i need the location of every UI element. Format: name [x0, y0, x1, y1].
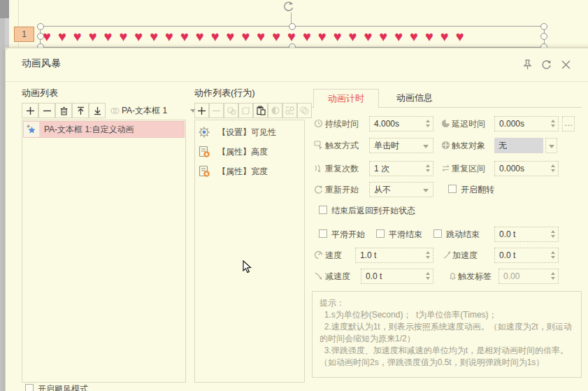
bounce-end-checkbox[interactable] [433, 229, 442, 238]
animation-target-value: PA-文本框 1 [122, 106, 167, 115]
repeat-interval-spinner[interactable] [551, 164, 555, 172]
repeat-count-icon [314, 164, 323, 173]
heart-textbox[interactable]: ♥♥♥♥♥♥♥♥♥♥♥♥♥♥♥♥♥♥♥♥♥♥♥♥♥♥♥♥ [43, 28, 542, 45]
duration-label: 持续时间 [325, 116, 359, 131]
window-corner-block [0, 0, 9, 18]
plus-icon [197, 106, 206, 115]
smooth-start-checkbox[interactable] [319, 229, 327, 238]
custom-animation-star-icon [24, 122, 40, 137]
remove-animation-button[interactable] [38, 103, 55, 118]
repeat-interval-label: 重复区间 [452, 161, 485, 176]
add-action-button[interactable] [194, 103, 209, 118]
delay-spinner[interactable] [551, 120, 555, 127]
action-list: 【设置】可见性 【属性】高度 [194, 120, 305, 383]
chevron-down-icon [549, 145, 554, 148]
paste-action-button[interactable] [253, 103, 268, 118]
minus-icon [212, 106, 221, 115]
smooth-end-label[interactable]: 平滑结束 [389, 229, 422, 241]
trigger-target-dropdown-button[interactable] [545, 138, 557, 153]
deceleration-label: 减速度 [325, 269, 350, 284]
bounce-end-spinner[interactable] [551, 230, 555, 238]
hurricane-mode-label[interactable]: 开启飓风模式 [38, 383, 88, 391]
action-list-item[interactable]: 【属性】宽度 [198, 162, 303, 180]
trigger-mode-select[interactable]: 单击时 [369, 138, 433, 153]
speed-spinner[interactable] [426, 251, 430, 259]
smooth-start-label[interactable]: 平滑开始 [331, 229, 365, 241]
delay-label: 延迟时间 [452, 116, 485, 131]
animation-list-item[interactable]: PA-文本框 1:自定义动画 [23, 121, 185, 138]
half-filled-circle-icon [271, 106, 280, 115]
handle-top-right[interactable] [540, 23, 547, 30]
deceleration-spinner[interactable] [426, 272, 430, 280]
speed-input[interactable]: 1.0 t [355, 248, 433, 263]
chevron-down-icon [423, 189, 429, 192]
repeat-count-input[interactable]: 1 次 [369, 161, 433, 176]
animation-list: PA-文本框 1:自定义动画 [22, 120, 186, 383]
trigger-tag-bell-icon [448, 271, 457, 280]
acceleration-spinner[interactable] [551, 251, 555, 259]
animation-list-item-label: PA-文本框 1:自定义动画 [40, 124, 134, 136]
acceleration-input[interactable]: 0.0 t [494, 248, 559, 263]
move-to-bottom-button[interactable] [89, 103, 106, 118]
restart-label: 重新开始 [325, 182, 359, 197]
trigger-mode-icon [314, 141, 323, 150]
delay-value: 0.000s [499, 119, 524, 129]
smooth-end-checkbox[interactable] [376, 229, 385, 238]
duration-input[interactable]: 4.000s [369, 116, 433, 131]
handle-top-mid[interactable] [289, 23, 296, 30]
refresh-button[interactable] [540, 59, 552, 71]
animation-list-title: 动画列表 [22, 87, 58, 99]
flip-checkbox[interactable] [448, 185, 457, 193]
move-to-top-button[interactable] [72, 103, 89, 118]
trigger-target-value: 无 [499, 141, 507, 150]
pin-button[interactable] [522, 59, 533, 71]
trigger-target-select[interactable]: 无 [494, 138, 543, 153]
repeat-interval-input[interactable]: 0.000s [494, 161, 559, 176]
hurricane-mode-checkbox[interactable] [25, 384, 34, 391]
linked-circles-icon [110, 106, 120, 115]
plus-icon [26, 106, 35, 115]
bounce-end-input[interactable]: 0.0 t [494, 227, 559, 242]
tips-line-2: 2.速度默认为1t，则表示按照系统速度动画。（如速度为2t，则运动的时间会缩短为… [320, 321, 574, 345]
close-button[interactable] [560, 59, 572, 71]
action-list-item[interactable]: 【属性】高度 [198, 143, 303, 161]
add-animation-button[interactable] [22, 103, 38, 118]
duration-spinner[interactable] [426, 120, 430, 127]
rotate-handle-icon[interactable] [282, 0, 295, 13]
deceleration-icon [314, 271, 323, 280]
delay-more-button[interactable]: … [562, 116, 575, 131]
tab-animation-timing[interactable]: 动画计时 [313, 89, 379, 108]
acceleration-icon [443, 250, 452, 260]
trigger-tag-label: 触发标签 [458, 269, 492, 284]
handle-top-left[interactable] [37, 23, 44, 30]
delete-animation-button[interactable] [55, 103, 72, 118]
chevron-down-icon [423, 145, 429, 148]
animation-order-badge[interactable]: 1 [14, 27, 34, 42]
deceleration-input[interactable]: 0.0 t [361, 269, 433, 284]
return-to-start-checkbox[interactable] [319, 206, 327, 214]
overlapping-circles-icon [299, 106, 310, 115]
bounce-end-value: 0.0 t [499, 229, 515, 239]
repeat-interval-icon [441, 164, 450, 173]
handle-mid-left[interactable] [37, 33, 44, 40]
repeat-count-spinner[interactable] [426, 164, 430, 172]
repeat-count-label: 重复次数 [325, 161, 359, 176]
flip-checkbox-label[interactable]: 开启翻转 [461, 184, 494, 196]
trigger-tag-spinner[interactable] [551, 272, 555, 280]
animation-target-select[interactable]: PA-文本框 1 [122, 103, 186, 118]
delay-input[interactable]: 0.000s [494, 116, 559, 131]
combine-action-button-disabled [297, 103, 312, 118]
action-list-item[interactable]: 【设置】可见性 [198, 123, 303, 141]
tips-line-3: 3.弹跳强度、加速度和减速的单位均为t，是相对动画时间的倍率。（如动画时间2s，… [320, 345, 574, 369]
bounce-end-label[interactable]: 跳动结束 [446, 229, 480, 241]
handle-mid-right[interactable] [540, 33, 547, 40]
return-to-start-label[interactable]: 结束后返回到开始状态 [331, 205, 415, 217]
minus-icon [43, 106, 52, 115]
trigger-tag-input[interactable]: 0.00 [499, 269, 559, 284]
tab-animation-info[interactable]: 动画信息 [387, 89, 443, 107]
trigger-target-label: 触发对象 [452, 138, 485, 153]
restart-select[interactable]: 从不 [369, 182, 433, 197]
header-divider [6, 81, 588, 82]
mouse-cursor [243, 260, 252, 274]
swap-circles-icon [285, 106, 295, 115]
